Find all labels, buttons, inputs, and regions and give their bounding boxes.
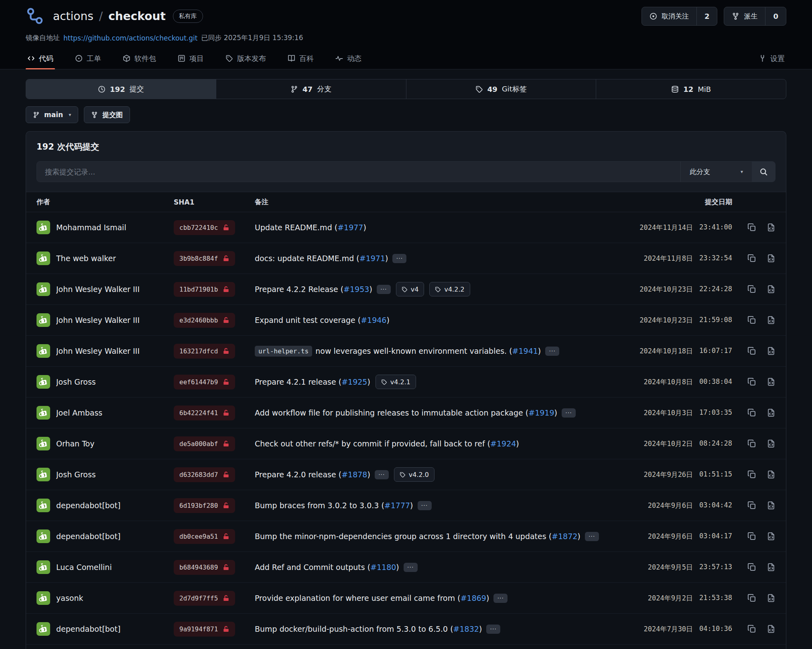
tab-releases[interactable]: 版本发布 [224, 48, 268, 69]
avatar[interactable] [37, 221, 50, 234]
view-file-at-commit-button[interactable] [767, 254, 775, 263]
tab-packages[interactable]: 软件包 [121, 48, 158, 69]
commit-message-link[interactable]: Provide explanation for where user email… [255, 594, 461, 602]
commit-sha-badge[interactable]: 3b9b8c884f [174, 251, 235, 266]
commit-sha-badge[interactable]: 163217dfcd [174, 344, 235, 359]
author-link[interactable]: John Wesley Walker III [56, 285, 140, 294]
tag-chip[interactable]: v4 [396, 282, 424, 296]
stat-提交[interactable]: 192 提交 [26, 79, 216, 99]
commit-sha-badge[interactable]: eef61447b9 [174, 375, 235, 389]
avatar[interactable] [37, 406, 50, 420]
avatar[interactable] [37, 375, 50, 389]
expand-commit-button[interactable]: ··· [375, 470, 389, 479]
avatar[interactable] [37, 251, 50, 265]
issue-link[interactable]: #1941 [512, 347, 538, 355]
view-file-at-commit-button[interactable] [767, 470, 775, 479]
commit-message-link[interactable]: Expand unit test coverage ( [255, 316, 361, 324]
expand-commit-button[interactable]: ··· [585, 532, 599, 541]
copy-sha-button[interactable] [747, 377, 756, 386]
issue-link[interactable]: #1953 [343, 285, 369, 294]
issue-link[interactable]: #1832 [453, 625, 479, 633]
search-scope-select[interactable]: 此分支 ▾ [680, 162, 752, 182]
commit-message-tail[interactable]: ) [410, 501, 413, 510]
tab-projects[interactable]: 项目 [176, 48, 205, 69]
stat-MiB[interactable]: 12 MiB [596, 79, 786, 99]
commit-message-tail[interactable]: ) [367, 470, 370, 479]
author-link[interactable]: dependabot[bot] [56, 532, 120, 541]
view-file-at-commit-button[interactable] [767, 377, 775, 386]
avatar[interactable] [37, 282, 50, 296]
author-link[interactable]: yasonk [56, 594, 83, 602]
tab-wiki[interactable]: 百科 [286, 48, 315, 69]
expand-commit-button[interactable]: ··· [486, 625, 500, 634]
commit-search-input[interactable] [37, 162, 680, 182]
view-file-at-commit-button[interactable] [767, 594, 775, 602]
commit-message-link[interactable]: Bump braces from 3.0.2 to 3.0.3 ( [255, 501, 384, 510]
commit-message-link[interactable]: Bump the minor-npm-dependencies group ac… [255, 532, 552, 541]
copy-sha-button[interactable] [747, 254, 756, 263]
issue-link[interactable]: #1872 [552, 532, 577, 541]
commit-message-tail[interactable]: ) [385, 254, 388, 263]
fork-button[interactable]: 派生 0 [724, 7, 786, 26]
commit-sha-badge[interactable]: 6d193bf280 [174, 498, 235, 513]
view-file-at-commit-button[interactable] [767, 347, 775, 355]
author-link[interactable]: Luca Comellini [56, 563, 112, 572]
issue-link[interactable]: #1869 [461, 594, 486, 602]
issue-link[interactable]: #1878 [341, 470, 367, 479]
commit-message-tail[interactable]: ) [386, 316, 389, 324]
expand-commit-button[interactable]: ··· [418, 501, 432, 510]
issue-link[interactable]: #1925 [341, 377, 367, 386]
copy-sha-button[interactable] [747, 625, 756, 633]
tag-chip[interactable]: v4.2.0 [394, 467, 434, 482]
author-link[interactable]: Orhan Toy [56, 439, 94, 448]
commit-sha-badge[interactable]: db0cee9a51 [174, 529, 235, 544]
stat-Git标签[interactable]: 49 Git标签 [406, 79, 596, 99]
commit-message-tail[interactable]: ) [577, 532, 580, 541]
commit-message-tail[interactable]: ) [367, 377, 370, 386]
tab-code[interactable]: 代码 [26, 48, 55, 69]
mirror-url-link[interactable]: https://github.com/actions/checkout.git [63, 34, 197, 42]
commit-message-tail[interactable]: ) [396, 563, 399, 572]
copy-sha-button[interactable] [747, 285, 756, 294]
commit-message-link[interactable]: Check out other refs/* by commit if prov… [255, 439, 490, 448]
view-file-at-commit-button[interactable] [767, 285, 775, 294]
view-file-at-commit-button[interactable] [767, 223, 775, 232]
tab-settings[interactable]: 设置 [757, 48, 786, 69]
copy-sha-button[interactable] [747, 532, 756, 541]
commit-message-tail[interactable]: ) [554, 408, 557, 417]
commit-message-link[interactable]: docs: update README.md ( [255, 254, 359, 263]
commit-graph-button[interactable]: 提交图 [84, 106, 130, 123]
avatar[interactable] [37, 622, 50, 636]
issue-link[interactable]: #1946 [361, 316, 386, 324]
view-file-at-commit-button[interactable] [767, 408, 775, 417]
commit-message-link[interactable]: Prepare 4.2.1 release ( [255, 377, 341, 386]
copy-sha-button[interactable] [747, 347, 756, 355]
copy-sha-button[interactable] [747, 501, 756, 510]
copy-sha-button[interactable] [747, 316, 756, 324]
author-link[interactable]: Mohammad Ismail [56, 223, 126, 232]
commit-message-link[interactable]: Update README.md ( [255, 223, 337, 232]
avatar[interactable] [37, 529, 50, 543]
avatar[interactable] [37, 313, 50, 327]
commit-message-tail[interactable]: ) [479, 625, 482, 633]
avatar[interactable] [37, 468, 50, 481]
author-link[interactable]: Josh Gross [56, 377, 96, 386]
expand-commit-button[interactable]: ··· [404, 563, 418, 572]
commit-sha-badge[interactable]: 2d7d9f7ff5 [174, 591, 235, 606]
commit-sha-badge[interactable]: 9a9194f871 [174, 622, 235, 637]
view-file-at-commit-button[interactable] [767, 563, 775, 572]
avatar[interactable] [37, 344, 50, 358]
author-link[interactable]: John Wesley Walker III [56, 347, 140, 355]
owner-link[interactable]: actions [53, 10, 93, 23]
copy-sha-button[interactable] [747, 408, 756, 417]
copy-sha-button[interactable] [747, 470, 756, 479]
tab-activity[interactable]: 动态 [334, 48, 363, 69]
repo-link[interactable]: checkout [108, 10, 166, 23]
avatar[interactable] [37, 437, 50, 450]
avatar[interactable] [37, 499, 50, 512]
issue-link[interactable]: #1777 [384, 501, 410, 510]
commit-message-link[interactable]: Add workflow file for publishing release… [255, 408, 528, 417]
forks-count[interactable]: 0 [765, 7, 786, 25]
copy-sha-button[interactable] [747, 439, 756, 448]
commit-message-link[interactable]: now leverages well-known environment var… [315, 347, 512, 355]
